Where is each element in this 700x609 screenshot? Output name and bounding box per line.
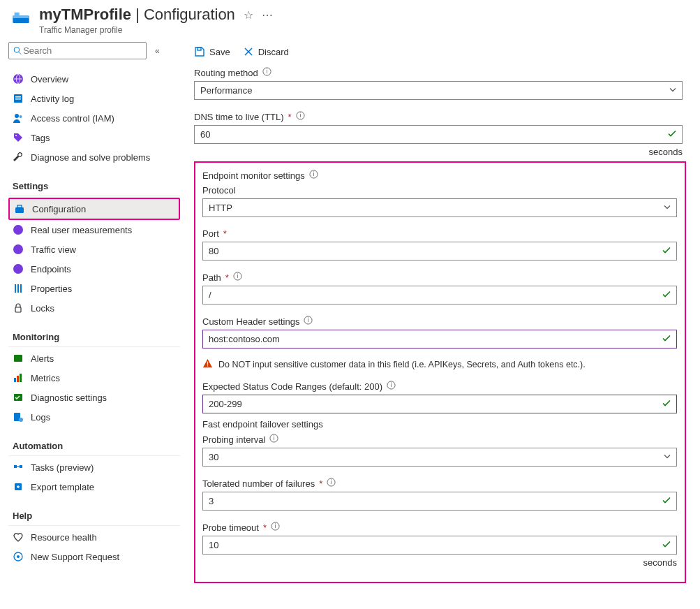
svg-point-11 xyxy=(15,135,17,136)
globe-icon xyxy=(13,244,24,255)
info-icon[interactable]: i xyxy=(387,381,396,392)
metrics-icon xyxy=(13,372,24,383)
sidebar-item-label: Export template xyxy=(31,482,94,492)
search-icon xyxy=(13,46,22,55)
valid-check-icon xyxy=(662,245,671,257)
svg-point-33 xyxy=(17,555,20,558)
probe-timeout-unit: seconds xyxy=(202,557,677,568)
svg-rect-2 xyxy=(15,13,20,16)
dns-ttl-input[interactable] xyxy=(194,125,683,144)
svg-rect-22 xyxy=(14,378,16,382)
sidebar-item-diagnose[interactable]: Diagnose and solve problems xyxy=(8,147,180,167)
sidebar-item-export-template[interactable]: Export template xyxy=(8,477,180,497)
info-icon[interactable]: i xyxy=(262,67,271,78)
toolbar: Save Discard xyxy=(187,42,686,67)
required-asterisk: * xyxy=(319,478,322,489)
sidebar-item-alerts[interactable]: Alerts xyxy=(8,348,180,368)
save-button-label: Save xyxy=(209,47,230,57)
sidebar-item-activity-log[interactable]: Activity log xyxy=(8,89,180,108)
more-menu-icon[interactable]: ⋯ xyxy=(262,8,273,22)
chevron-down-icon xyxy=(663,203,671,213)
custom-header-input[interactable] xyxy=(202,330,677,348)
info-icon[interactable]: i xyxy=(271,522,280,533)
probe-timeout-input[interactable] xyxy=(202,536,677,555)
collapse-sidebar-icon[interactable]: « xyxy=(152,43,163,59)
sidebar-item-real-user-measurements[interactable]: Real user measurements xyxy=(8,220,180,240)
required-asterisk: * xyxy=(223,228,227,239)
sidebar: « Overview Activity log Access control (… xyxy=(0,38,180,597)
heart-icon xyxy=(13,531,24,543)
protocol-value: HTTP xyxy=(209,203,232,213)
favorite-star-icon[interactable]: ☆ xyxy=(244,8,253,22)
path-input[interactable] xyxy=(202,286,677,304)
sidebar-item-diagnostic-settings[interactable]: Diagnostic settings xyxy=(8,388,180,407)
port-label: Port xyxy=(202,228,219,239)
svg-rect-24 xyxy=(20,374,22,382)
sidebar-item-properties[interactable]: Properties xyxy=(8,279,180,298)
svg-rect-20 xyxy=(15,307,21,312)
sidebar-search-input[interactable] xyxy=(22,45,142,57)
svg-point-15 xyxy=(13,244,23,254)
sidebar-item-tasks[interactable]: Tasks (preview) xyxy=(8,457,180,477)
custom-header-label: Custom Header settings xyxy=(202,316,299,327)
expected-status-input[interactable] xyxy=(202,395,677,413)
info-icon[interactable]: i xyxy=(296,111,305,122)
sidebar-heading-monitoring: Monitoring xyxy=(8,328,180,347)
sidebar-item-access-control[interactable]: Access control (IAM) xyxy=(8,108,180,128)
info-icon[interactable]: i xyxy=(269,434,278,445)
valid-check-icon xyxy=(667,129,677,140)
resource-name: myTMProfile xyxy=(39,6,131,23)
discard-button[interactable]: Discard xyxy=(243,46,289,57)
sidebar-item-label: Tasks (preview) xyxy=(31,462,94,473)
svg-rect-28 xyxy=(14,465,17,468)
sidebar-item-label: Diagnostic settings xyxy=(31,392,107,403)
routing-method-select[interactable]: Performance xyxy=(194,81,683,100)
save-button[interactable]: Save xyxy=(194,46,230,57)
info-icon[interactable]: i xyxy=(304,316,313,327)
sidebar-heading-settings: Settings xyxy=(8,177,180,196)
protocol-select[interactable]: HTTP xyxy=(202,198,677,217)
svg-rect-1 xyxy=(13,16,29,19)
tag-icon xyxy=(13,132,24,143)
svg-line-4 xyxy=(19,52,21,54)
path-label: Path xyxy=(202,272,221,283)
endpoint-monitor-section: Endpoint monitor settings i Protocol HTT… xyxy=(194,161,686,583)
sidebar-item-metrics[interactable]: Metrics xyxy=(8,368,180,388)
expected-status-label: Expected Status Code Ranges (default: 20… xyxy=(202,381,382,392)
main-content: Save Discard Routing method i Performanc… xyxy=(180,38,700,597)
sidebar-search[interactable] xyxy=(8,42,147,59)
port-input[interactable] xyxy=(202,242,677,261)
sidebar-item-endpoints[interactable]: Endpoints xyxy=(8,259,180,279)
sidebar-item-label: Logs xyxy=(31,412,50,423)
sidebar-item-logs[interactable]: Logs xyxy=(8,407,180,427)
sidebar-item-configuration[interactable]: Configuration xyxy=(10,199,179,219)
svg-rect-12 xyxy=(15,207,24,213)
svg-point-27 xyxy=(19,418,23,422)
sidebar-item-new-support-request[interactable]: New Support Request xyxy=(8,547,180,566)
svg-text:i: i xyxy=(308,316,309,323)
sidebar-item-locks[interactable]: Locks xyxy=(8,298,180,318)
probe-timeout-label: Probe timeout xyxy=(202,522,259,533)
svg-point-16 xyxy=(13,264,23,274)
protocol-label: Protocol xyxy=(202,185,236,196)
discard-button-label: Discard xyxy=(258,47,289,57)
warning-text: Do NOT input sensitive customer data in … xyxy=(218,360,586,369)
valid-check-icon xyxy=(662,398,671,410)
traffic-manager-icon xyxy=(11,8,31,28)
info-icon[interactable]: i xyxy=(233,272,242,283)
info-icon[interactable]: i xyxy=(327,478,336,489)
sidebar-item-overview[interactable]: Overview xyxy=(8,69,180,89)
sidebar-item-traffic-view[interactable]: Traffic view xyxy=(8,240,180,259)
dns-ttl-label: DNS time to live (TTL) xyxy=(194,112,284,122)
sidebar-item-tags[interactable]: Tags xyxy=(8,128,180,147)
sidebar-item-resource-health[interactable]: Resource health xyxy=(8,527,180,547)
probing-interval-select[interactable]: 30 xyxy=(202,448,677,467)
svg-rect-7 xyxy=(15,96,21,98)
globe-icon xyxy=(13,73,24,85)
sidebar-item-label: Access control (IAM) xyxy=(31,113,114,124)
warning-icon xyxy=(202,358,213,371)
tolerated-failures-input[interactable] xyxy=(202,492,677,511)
svg-text:i: i xyxy=(331,478,332,485)
save-icon xyxy=(194,46,205,57)
info-icon[interactable]: i xyxy=(309,170,318,181)
